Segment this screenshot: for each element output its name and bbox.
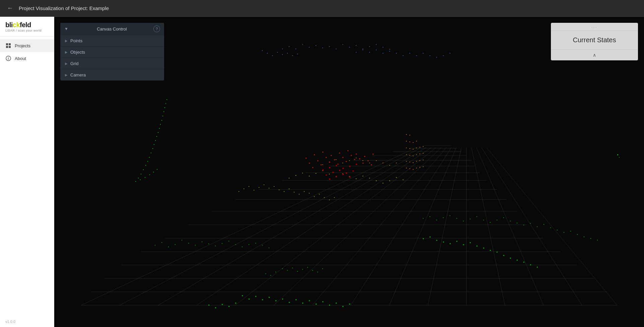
canvas-control-header[interactable]: ▼ Canvas Control ? [60, 23, 164, 35]
svg-rect-66 [248, 244, 249, 245]
svg-rect-125 [156, 136, 157, 137]
svg-rect-314 [329, 305, 330, 306]
canvas-control-help-button[interactable]: ? [153, 25, 160, 32]
svg-rect-312 [315, 304, 316, 305]
svg-rect-149 [279, 189, 279, 190]
svg-rect-281 [277, 52, 278, 53]
svg-rect-126 [158, 132, 158, 133]
svg-rect-101 [450, 243, 451, 244]
arrow-right-icon: ▶ [65, 39, 68, 43]
svg-rect-106 [483, 248, 484, 249]
svg-rect-160 [334, 197, 335, 198]
current-states-panel: ... Current States ∧ [551, 23, 638, 60]
svg-rect-245 [371, 164, 372, 165]
svg-rect-223 [322, 152, 323, 153]
svg-text:i: i [8, 57, 9, 60]
svg-rect-121 [151, 153, 151, 153]
sidebar: blickfeld LiDAR / scan your world Projec… [0, 17, 54, 327]
svg-rect-206 [413, 149, 414, 150]
svg-rect-302 [248, 298, 249, 299]
svg-rect-224 [331, 155, 332, 156]
sidebar-item-about-label: About [15, 56, 26, 61]
svg-rect-201 [410, 142, 410, 142]
svg-rect-129 [161, 120, 162, 121]
canvas-control-item-grid[interactable]: ▶ Grid [60, 58, 164, 69]
svg-rect-272 [356, 45, 357, 46]
svg-rect-77 [470, 219, 471, 219]
svg-rect-184 [356, 158, 357, 158]
canvas-control-panel: ▼ Canvas Control ? ▶ Points ▶ Objects ▶ … [60, 23, 164, 80]
svg-rect-80 [490, 222, 491, 223]
svg-rect-1 [9, 43, 11, 45]
svg-rect-198 [410, 162, 410, 162]
svg-rect-323 [617, 154, 618, 155]
svg-rect-317 [349, 304, 350, 305]
svg-rect-95 [590, 238, 591, 239]
arrow-right-icon: ▶ [65, 62, 68, 65]
svg-rect-274 [369, 46, 370, 47]
logo-text: blickfeld [5, 21, 49, 28]
sidebar-item-projects[interactable]: Projects [0, 39, 54, 52]
current-states-collapse-button[interactable]: ∧ [551, 50, 638, 60]
svg-rect-309 [295, 299, 296, 300]
svg-rect-268 [329, 46, 330, 47]
svg-rect-97 [423, 238, 424, 239]
svg-rect-98 [430, 236, 431, 237]
svg-rect-92 [570, 231, 571, 231]
svg-rect-131 [163, 111, 164, 112]
svg-rect-218 [423, 160, 424, 160]
svg-rect-188 [383, 163, 383, 163]
canvas-control-item-objects[interactable]: ▶ Objects [60, 46, 164, 58]
svg-rect-41 [287, 270, 288, 271]
svg-rect-104 [470, 242, 471, 243]
svg-rect-264 [302, 44, 303, 45]
svg-rect-203 [413, 169, 414, 170]
svg-rect-153 [299, 194, 299, 195]
main-layout: blickfeld LiDAR / scan your world Projec… [0, 17, 644, 327]
svg-rect-124 [155, 140, 156, 141]
svg-rect-193 [406, 154, 407, 155]
sidebar-item-about[interactable]: i About [0, 52, 54, 65]
svg-rect-142 [243, 188, 244, 189]
svg-rect-318 [235, 303, 236, 304]
svg-rect-45 [307, 267, 308, 268]
svg-rect-298 [436, 57, 437, 58]
svg-rect-102 [456, 241, 457, 242]
svg-rect-134 [166, 99, 167, 100]
svg-rect-130 [162, 116, 163, 116]
canvas-control-item-camera[interactable]: ▶ Camera [60, 69, 164, 80]
help-icon: ? [156, 27, 158, 31]
svg-rect-140 [157, 169, 157, 170]
svg-rect-53 [161, 242, 162, 243]
svg-rect-205 [413, 156, 414, 156]
svg-rect-152 [294, 192, 294, 193]
canvas-control-item-points[interactable]: ▶ Points [60, 35, 164, 46]
svg-rect-123 [154, 144, 154, 145]
svg-rect-135 [135, 181, 136, 182]
svg-rect-51 [265, 273, 266, 274]
svg-rect-315 [336, 303, 337, 304]
sidebar-nav: Projects i About [0, 37, 54, 316]
svg-rect-294 [410, 53, 410, 54]
svg-rect-176 [389, 180, 390, 181]
svg-rect-114 [537, 267, 538, 268]
svg-rect-222 [314, 154, 315, 155]
svg-rect-185 [363, 160, 363, 161]
svg-rect-99 [436, 240, 437, 241]
svg-rect-49 [275, 272, 276, 272]
back-button[interactable]: ← [5, 4, 15, 13]
svg-rect-100 [443, 241, 444, 242]
svg-rect-87 [537, 226, 538, 227]
svg-rect-157 [319, 194, 319, 195]
svg-rect-56 [182, 240, 182, 240]
svg-rect-177 [396, 177, 397, 178]
svg-rect-167 [329, 174, 330, 174]
svg-rect-303 [255, 296, 256, 297]
svg-rect-297 [430, 55, 430, 56]
svg-rect-79 [483, 220, 484, 220]
svg-rect-275 [376, 44, 377, 45]
svg-rect-237 [368, 160, 369, 161]
svg-rect-257 [329, 178, 330, 180]
svg-rect-251 [356, 164, 357, 165]
svg-rect-225 [339, 153, 340, 154]
